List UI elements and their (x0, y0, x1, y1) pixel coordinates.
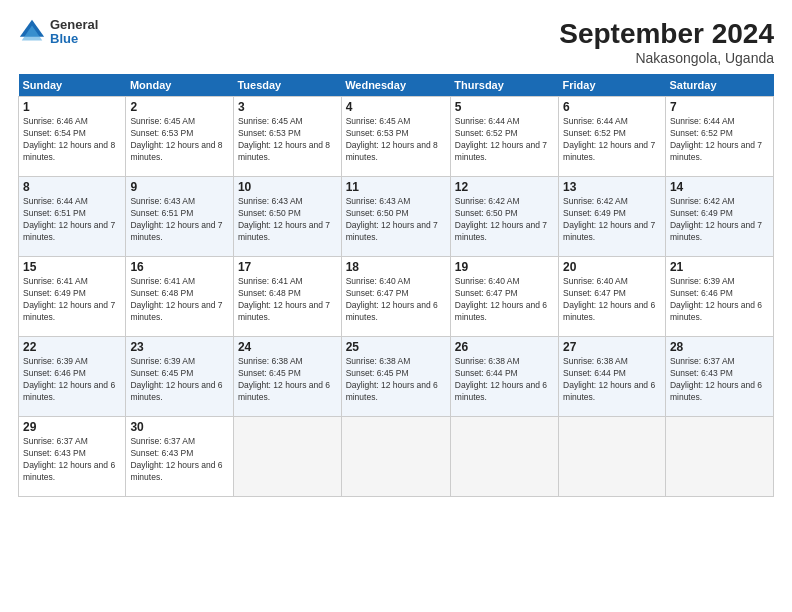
day-number: 1 (23, 100, 121, 114)
week-row-1: 1Sunrise: 6:46 AMSunset: 6:54 PMDaylight… (19, 97, 774, 177)
day-cell: 11Sunrise: 6:43 AMSunset: 6:50 PMDayligh… (341, 177, 450, 257)
day-info: Sunrise: 6:41 AMSunset: 6:48 PMDaylight:… (238, 276, 337, 324)
day-cell: 1Sunrise: 6:46 AMSunset: 6:54 PMDaylight… (19, 97, 126, 177)
day-cell: 4Sunrise: 6:45 AMSunset: 6:53 PMDaylight… (341, 97, 450, 177)
day-cell: 25Sunrise: 6:38 AMSunset: 6:45 PMDayligh… (341, 337, 450, 417)
day-cell: 16Sunrise: 6:41 AMSunset: 6:48 PMDayligh… (126, 257, 234, 337)
day-cell: 29Sunrise: 6:37 AMSunset: 6:43 PMDayligh… (19, 417, 126, 497)
day-number: 11 (346, 180, 446, 194)
day-number: 14 (670, 180, 769, 194)
week-row-2: 8Sunrise: 6:44 AMSunset: 6:51 PMDaylight… (19, 177, 774, 257)
day-cell: 19Sunrise: 6:40 AMSunset: 6:47 PMDayligh… (450, 257, 558, 337)
day-cell: 28Sunrise: 6:37 AMSunset: 6:43 PMDayligh… (665, 337, 773, 417)
col-header-tuesday: Tuesday (233, 74, 341, 97)
day-number: 25 (346, 340, 446, 354)
day-info: Sunrise: 6:42 AMSunset: 6:49 PMDaylight:… (563, 196, 661, 244)
logo-general: General (50, 18, 98, 32)
day-number: 9 (130, 180, 229, 194)
day-cell: 7Sunrise: 6:44 AMSunset: 6:52 PMDaylight… (665, 97, 773, 177)
day-info: Sunrise: 6:44 AMSunset: 6:51 PMDaylight:… (23, 196, 121, 244)
day-info: Sunrise: 6:38 AMSunset: 6:45 PMDaylight:… (346, 356, 446, 404)
week-row-3: 15Sunrise: 6:41 AMSunset: 6:49 PMDayligh… (19, 257, 774, 337)
day-info: Sunrise: 6:38 AMSunset: 6:44 PMDaylight:… (455, 356, 554, 404)
day-info: Sunrise: 6:41 AMSunset: 6:48 PMDaylight:… (130, 276, 229, 324)
day-info: Sunrise: 6:45 AMSunset: 6:53 PMDaylight:… (346, 116, 446, 164)
col-header-thursday: Thursday (450, 74, 558, 97)
logo-text: General Blue (50, 18, 98, 47)
day-cell: 12Sunrise: 6:42 AMSunset: 6:50 PMDayligh… (450, 177, 558, 257)
header-row: SundayMondayTuesdayWednesdayThursdayFrid… (19, 74, 774, 97)
day-info: Sunrise: 6:43 AMSunset: 6:50 PMDaylight:… (238, 196, 337, 244)
day-number: 27 (563, 340, 661, 354)
day-cell: 17Sunrise: 6:41 AMSunset: 6:48 PMDayligh… (233, 257, 341, 337)
day-cell: 21Sunrise: 6:39 AMSunset: 6:46 PMDayligh… (665, 257, 773, 337)
day-number: 26 (455, 340, 554, 354)
header: General Blue September 2024 Nakasongola,… (18, 18, 774, 66)
day-cell: 13Sunrise: 6:42 AMSunset: 6:49 PMDayligh… (559, 177, 666, 257)
week-row-5: 29Sunrise: 6:37 AMSunset: 6:43 PMDayligh… (19, 417, 774, 497)
logo-blue: Blue (50, 32, 98, 46)
day-number: 23 (130, 340, 229, 354)
day-info: Sunrise: 6:39 AMSunset: 6:46 PMDaylight:… (23, 356, 121, 404)
day-info: Sunrise: 6:40 AMSunset: 6:47 PMDaylight:… (563, 276, 661, 324)
day-cell: 5Sunrise: 6:44 AMSunset: 6:52 PMDaylight… (450, 97, 558, 177)
day-number: 10 (238, 180, 337, 194)
day-cell (450, 417, 558, 497)
col-header-monday: Monday (126, 74, 234, 97)
day-cell: 26Sunrise: 6:38 AMSunset: 6:44 PMDayligh… (450, 337, 558, 417)
title-block: September 2024 Nakasongola, Uganda (559, 18, 774, 66)
location: Nakasongola, Uganda (559, 50, 774, 66)
day-cell: 6Sunrise: 6:44 AMSunset: 6:52 PMDaylight… (559, 97, 666, 177)
day-cell: 15Sunrise: 6:41 AMSunset: 6:49 PMDayligh… (19, 257, 126, 337)
day-number: 16 (130, 260, 229, 274)
day-info: Sunrise: 6:37 AMSunset: 6:43 PMDaylight:… (23, 436, 121, 484)
day-info: Sunrise: 6:43 AMSunset: 6:51 PMDaylight:… (130, 196, 229, 244)
day-number: 28 (670, 340, 769, 354)
day-cell: 20Sunrise: 6:40 AMSunset: 6:47 PMDayligh… (559, 257, 666, 337)
day-cell (341, 417, 450, 497)
day-number: 4 (346, 100, 446, 114)
day-cell (665, 417, 773, 497)
day-info: Sunrise: 6:42 AMSunset: 6:49 PMDaylight:… (670, 196, 769, 244)
day-cell: 2Sunrise: 6:45 AMSunset: 6:53 PMDaylight… (126, 97, 234, 177)
day-number: 7 (670, 100, 769, 114)
week-row-4: 22Sunrise: 6:39 AMSunset: 6:46 PMDayligh… (19, 337, 774, 417)
day-number: 3 (238, 100, 337, 114)
day-info: Sunrise: 6:44 AMSunset: 6:52 PMDaylight:… (670, 116, 769, 164)
day-cell: 10Sunrise: 6:43 AMSunset: 6:50 PMDayligh… (233, 177, 341, 257)
day-info: Sunrise: 6:39 AMSunset: 6:46 PMDaylight:… (670, 276, 769, 324)
col-header-sunday: Sunday (19, 74, 126, 97)
day-number: 22 (23, 340, 121, 354)
day-cell (559, 417, 666, 497)
col-header-wednesday: Wednesday (341, 74, 450, 97)
day-info: Sunrise: 6:46 AMSunset: 6:54 PMDaylight:… (23, 116, 121, 164)
month-title: September 2024 (559, 18, 774, 50)
day-cell: 3Sunrise: 6:45 AMSunset: 6:53 PMDaylight… (233, 97, 341, 177)
col-header-friday: Friday (559, 74, 666, 97)
day-number: 24 (238, 340, 337, 354)
day-info: Sunrise: 6:44 AMSunset: 6:52 PMDaylight:… (563, 116, 661, 164)
day-info: Sunrise: 6:45 AMSunset: 6:53 PMDaylight:… (238, 116, 337, 164)
day-number: 2 (130, 100, 229, 114)
day-number: 19 (455, 260, 554, 274)
page: General Blue September 2024 Nakasongola,… (0, 0, 792, 612)
day-info: Sunrise: 6:39 AMSunset: 6:45 PMDaylight:… (130, 356, 229, 404)
day-info: Sunrise: 6:38 AMSunset: 6:45 PMDaylight:… (238, 356, 337, 404)
day-number: 29 (23, 420, 121, 434)
day-info: Sunrise: 6:40 AMSunset: 6:47 PMDaylight:… (455, 276, 554, 324)
day-cell: 22Sunrise: 6:39 AMSunset: 6:46 PMDayligh… (19, 337, 126, 417)
day-cell: 14Sunrise: 6:42 AMSunset: 6:49 PMDayligh… (665, 177, 773, 257)
col-header-saturday: Saturday (665, 74, 773, 97)
day-number: 17 (238, 260, 337, 274)
day-number: 8 (23, 180, 121, 194)
day-info: Sunrise: 6:45 AMSunset: 6:53 PMDaylight:… (130, 116, 229, 164)
day-number: 13 (563, 180, 661, 194)
day-number: 15 (23, 260, 121, 274)
day-number: 12 (455, 180, 554, 194)
day-number: 6 (563, 100, 661, 114)
day-info: Sunrise: 6:37 AMSunset: 6:43 PMDaylight:… (670, 356, 769, 404)
day-info: Sunrise: 6:41 AMSunset: 6:49 PMDaylight:… (23, 276, 121, 324)
logo-icon (18, 18, 46, 46)
day-info: Sunrise: 6:42 AMSunset: 6:50 PMDaylight:… (455, 196, 554, 244)
day-info: Sunrise: 6:43 AMSunset: 6:50 PMDaylight:… (346, 196, 446, 244)
